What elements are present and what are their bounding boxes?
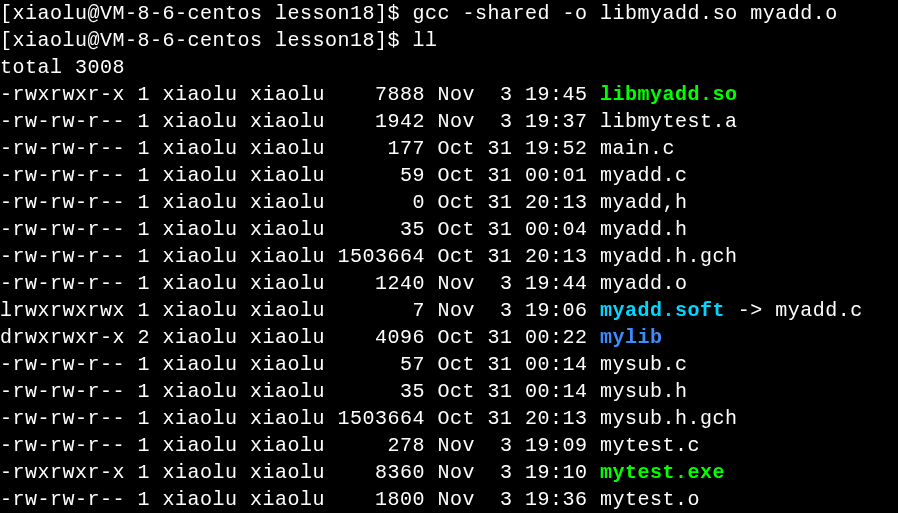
terminal-output[interactable]: [xiaolu@VM-8-6-centos lesson18]$ gcc -sh… xyxy=(0,0,898,513)
ls-entry-row: -rw-rw-r-- 1 xiaolu xiaolu 0 Oct 31 20:1… xyxy=(0,189,898,216)
ls-entry-row: -rw-rw-r-- 1 xiaolu xiaolu 1942 Nov 3 19… xyxy=(0,108,898,135)
file-name: main.c xyxy=(600,137,675,160)
ls-entry-row: -rwxrwxr-x 1 xiaolu xiaolu 8360 Nov 3 19… xyxy=(0,459,898,486)
ls-entry-row: drwxrwxr-x 2 xiaolu xiaolu 4096 Oct 31 0… xyxy=(0,324,898,351)
ls-entry-meta: -rw-rw-r-- 1 xiaolu xiaolu 59 Oct 31 00:… xyxy=(0,164,600,187)
ls-entry-meta: -rw-rw-r-- 1 xiaolu xiaolu 1800 Nov 3 19… xyxy=(0,488,600,511)
file-name: mysub.c xyxy=(600,353,688,376)
ls-entry-meta: -rwxrwxr-x 1 xiaolu xiaolu 7888 Nov 3 19… xyxy=(0,83,600,106)
ls-entry-row: -rwxrwxr-x 1 xiaolu xiaolu 7888 Nov 3 19… xyxy=(0,81,898,108)
ls-entry-meta: lrwxrwxrwx 1 xiaolu xiaolu 7 Nov 3 19:06 xyxy=(0,299,600,322)
symlink-target: myadd.c xyxy=(775,299,863,322)
ls-entry-row: -rw-rw-r-- 1 xiaolu xiaolu 35 Oct 31 00:… xyxy=(0,216,898,243)
ls-entry-meta: -rw-rw-r-- 1 xiaolu xiaolu 57 Oct 31 00:… xyxy=(0,353,600,376)
file-name: libmyadd.so xyxy=(600,83,738,106)
ls-entry-row: -rw-rw-r-- 1 xiaolu xiaolu 35 Oct 31 00:… xyxy=(0,378,898,405)
file-name: mytest.exe xyxy=(600,461,725,484)
ls-entry-meta: -rw-rw-r-- 1 xiaolu xiaolu 35 Oct 31 00:… xyxy=(0,218,600,241)
command-text: ll xyxy=(413,29,438,52)
prompt-line-2: [xiaolu@VM-8-6-centos lesson18]$ ll xyxy=(0,27,898,54)
file-name: myadd,h xyxy=(600,191,688,214)
ls-entry-row: lrwxrwxrwx 1 xiaolu xiaolu 7 Nov 3 19:06… xyxy=(0,297,898,324)
file-name: mytest.o xyxy=(600,488,700,511)
ls-entry-meta: drwxrwxr-x 2 xiaolu xiaolu 4096 Oct 31 0… xyxy=(0,326,600,349)
ls-entry-row: -rw-rw-r-- 1 xiaolu xiaolu 278 Nov 3 19:… xyxy=(0,432,898,459)
ls-entry-meta: -rw-rw-r-- 1 xiaolu xiaolu 1503664 Oct 3… xyxy=(0,407,600,430)
ls-entry-row: -rw-rw-r-- 1 xiaolu xiaolu 177 Oct 31 19… xyxy=(0,135,898,162)
file-name: mysub.h xyxy=(600,380,688,403)
ls-entry-meta: -rw-rw-r-- 1 xiaolu xiaolu 177 Oct 31 19… xyxy=(0,137,600,160)
file-name: libmytest.a xyxy=(600,110,738,133)
prompt: [xiaolu@VM-8-6-centos lesson18]$ xyxy=(0,2,413,25)
ls-entry-row: -rw-rw-r-- 1 xiaolu xiaolu 57 Oct 31 00:… xyxy=(0,351,898,378)
ls-entry-meta: -rw-rw-r-- 1 xiaolu xiaolu 278 Nov 3 19:… xyxy=(0,434,600,457)
ls-entry-meta: -rw-rw-r-- 1 xiaolu xiaolu 1240 Nov 3 19… xyxy=(0,272,600,295)
file-name: mysub.h.gch xyxy=(600,407,738,430)
ls-entry-meta: -rwxrwxr-x 1 xiaolu xiaolu 8360 Nov 3 19… xyxy=(0,461,600,484)
ls-total-line: total 3008 xyxy=(0,54,898,81)
ls-entry-row: -rw-rw-r-- 1 xiaolu xiaolu 1503664 Oct 3… xyxy=(0,405,898,432)
ls-entry-row: -rw-rw-r-- 1 xiaolu xiaolu 1240 Nov 3 19… xyxy=(0,270,898,297)
file-name: myadd.soft xyxy=(600,299,725,322)
prompt: [xiaolu@VM-8-6-centos lesson18]$ xyxy=(0,29,413,52)
ls-entry-meta: -rw-rw-r-- 1 xiaolu xiaolu 0 Oct 31 20:1… xyxy=(0,191,600,214)
symlink-arrow: -> xyxy=(725,299,775,322)
ls-entry-meta: -rw-rw-r-- 1 xiaolu xiaolu 1503664 Oct 3… xyxy=(0,245,600,268)
file-name: myadd.c xyxy=(600,164,688,187)
ls-entry-row: -rw-rw-r-- 1 xiaolu xiaolu 1503664 Oct 3… xyxy=(0,243,898,270)
ls-entry-row: -rw-rw-r-- 1 xiaolu xiaolu 59 Oct 31 00:… xyxy=(0,162,898,189)
file-name: myadd.h.gch xyxy=(600,245,738,268)
ls-entry-meta: -rw-rw-r-- 1 xiaolu xiaolu 1942 Nov 3 19… xyxy=(0,110,600,133)
file-name: mytest.c xyxy=(600,434,700,457)
ls-entry-row: -rw-rw-r-- 1 xiaolu xiaolu 1800 Nov 3 19… xyxy=(0,486,898,513)
file-name: myadd.o xyxy=(600,272,688,295)
command-text: gcc -shared -o libmyadd.so myadd.o xyxy=(413,2,838,25)
file-name: mylib xyxy=(600,326,663,349)
prompt-line-1: [xiaolu@VM-8-6-centos lesson18]$ gcc -sh… xyxy=(0,0,898,27)
ls-entry-meta: -rw-rw-r-- 1 xiaolu xiaolu 35 Oct 31 00:… xyxy=(0,380,600,403)
file-name: myadd.h xyxy=(600,218,688,241)
